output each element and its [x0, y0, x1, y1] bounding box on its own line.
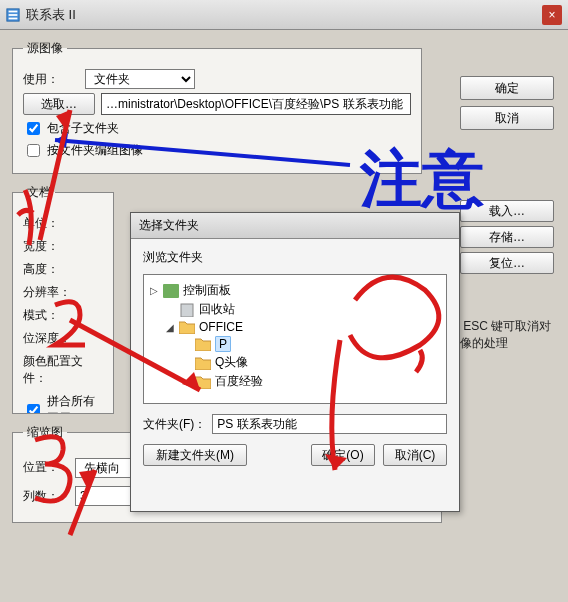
tree-item-control-panel[interactable]: ▷ 控制面板: [148, 281, 442, 300]
recycle-icon: [179, 303, 195, 317]
folder-field-label: 文件夹(F)：: [143, 416, 206, 433]
browse-ok-button[interactable]: 确定(O): [311, 444, 375, 466]
unit-label: 单位：: [23, 215, 75, 232]
res-label: 分辨率：: [23, 284, 75, 301]
collapse-icon[interactable]: ◢: [164, 322, 175, 333]
flatten-label: 拼合所有图层: [47, 393, 103, 414]
folder-icon: [195, 337, 211, 351]
folder-field-input[interactable]: [212, 414, 447, 434]
title-bar: 联系表 II ×: [0, 0, 568, 30]
use-label: 使用：: [23, 71, 79, 88]
group-by-folder-input[interactable]: [27, 144, 40, 157]
include-sub-input[interactable]: [27, 122, 40, 135]
svg-rect-4: [163, 284, 179, 298]
svg-rect-3: [9, 17, 18, 19]
thumbnails-legend: 缩览图: [23, 424, 67, 441]
height-label: 高度：: [23, 261, 75, 278]
include-sub-label: 包含子文件夹: [47, 120, 119, 137]
use-select[interactable]: 文件夹: [85, 69, 195, 89]
position-label: 位置：: [23, 459, 69, 476]
load-button[interactable]: 载入…: [460, 200, 554, 222]
browse-title-bar: 选择文件夹: [131, 213, 459, 239]
bitdepth-label: 位深度：: [23, 330, 75, 347]
browse-caption: 浏览文件夹: [143, 249, 447, 266]
folder-icon: [179, 320, 195, 334]
document-legend: 文档: [23, 184, 55, 201]
browse-folder-dialog: 选择文件夹 浏览文件夹 ▷ 控制面板 回收站 ◢ OFFICE P: [130, 212, 460, 512]
document-fieldset: 文档 单位： 宽度： 高度： 分辨率： 模式： 位深度： 颜色配置文件： 拼合所…: [12, 184, 114, 414]
folder-icon: [195, 375, 211, 389]
svg-rect-5: [181, 304, 193, 317]
tree-item-baidu[interactable]: 百度经验: [148, 372, 442, 391]
profile-label: 颜色配置文件：: [23, 353, 103, 387]
source-legend: 源图像: [23, 40, 67, 57]
choose-button[interactable]: 选取…: [23, 93, 95, 115]
tree-item-recycle[interactable]: 回收站: [148, 300, 442, 319]
esc-hint: 按 ESC 键可取消对图像的处理: [448, 318, 554, 352]
svg-rect-1: [9, 10, 18, 12]
cancel-button[interactable]: 取消: [460, 106, 554, 130]
width-label: 宽度：: [23, 238, 75, 255]
source-fieldset: 源图像 使用： 文件夹 选取… …ministrator\Desktop\OFF…: [12, 40, 422, 174]
mode-label: 模式：: [23, 307, 75, 324]
folder-tree[interactable]: ▷ 控制面板 回收站 ◢ OFFICE P Q头: [143, 274, 447, 404]
tree-item-p[interactable]: P: [148, 335, 442, 353]
group-by-folder-label: 按文件夹编组图像: [47, 142, 143, 159]
new-folder-button[interactable]: 新建文件夹(M): [143, 444, 247, 466]
group-by-folder-checkbox[interactable]: 按文件夹编组图像: [23, 141, 411, 160]
cols-label: 列数：: [23, 488, 69, 505]
flatten-input[interactable]: [27, 404, 40, 415]
include-sub-checkbox[interactable]: 包含子文件夹: [23, 119, 411, 138]
dialog-main-buttons: 确定 取消: [460, 76, 554, 130]
folder-icon: [195, 356, 211, 370]
browse-title: 选择文件夹: [139, 217, 199, 234]
expand-icon[interactable]: ▷: [148, 285, 159, 296]
reset-button[interactable]: 复位…: [460, 252, 554, 274]
ok-button[interactable]: 确定: [460, 76, 554, 100]
flatten-checkbox[interactable]: 拼合所有图层: [23, 393, 103, 414]
preset-buttons: 载入… 存储… 复位…: [460, 200, 554, 274]
tree-item-office[interactable]: ◢ OFFICE: [148, 319, 442, 335]
browse-cancel-button[interactable]: 取消(C): [383, 444, 447, 466]
source-path: …ministrator\Desktop\OFFICE\百度经验\PS 联系表功…: [101, 93, 411, 115]
svg-rect-2: [9, 14, 18, 16]
close-button[interactable]: ×: [542, 5, 562, 25]
window-title: 联系表 II: [26, 6, 76, 24]
app-icon: [6, 8, 20, 22]
tree-item-qhead[interactable]: Q头像: [148, 353, 442, 372]
save-button[interactable]: 存储…: [460, 226, 554, 248]
control-panel-icon: [163, 284, 179, 298]
